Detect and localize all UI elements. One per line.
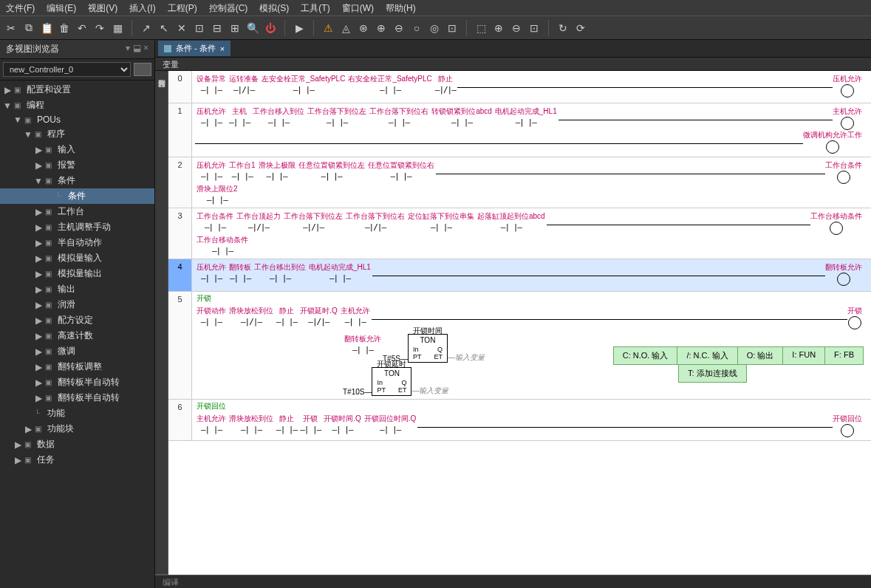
copy-icon[interactable]: ⧉ — [21, 20, 37, 36]
tree-item[interactable]: ▼▣编程 — [0, 98, 154, 113]
editor-area: 条件 - 条件 × 变量 行注释列表 快捷键列表 0设备异常| |运转准备|/|… — [155, 40, 871, 588]
menu-window[interactable]: 窗口(W) — [336, 0, 380, 16]
vtab-comments[interactable]: 行注释列表 — [155, 71, 168, 575]
quick-fun[interactable]: I: FUN — [783, 347, 825, 364]
ladder-rung[interactable]: 2压机允许| |工作台1| |滑块上极限| |任意位置锁紧到位左| |任意位置锁… — [168, 157, 871, 208]
quick-insert-bar-2: T: 添加连接线 — [678, 364, 747, 383]
sync-icon[interactable]: ⟳ — [573, 20, 589, 36]
run-icon[interactable]: ▶ — [291, 20, 307, 36]
menu-help[interactable]: 帮助(H) — [380, 0, 422, 16]
tree-item[interactable]: └功能 — [0, 406, 154, 421]
controller-chip-icon[interactable] — [134, 63, 151, 76]
tree-item[interactable]: ▶▣微调 — [0, 343, 154, 359]
ladder-rung[interactable]: 6开锁回位主机允许| |滑块放松到位| |静止| |开锁| |开锁时间.Q| |… — [168, 400, 871, 441]
close-icon[interactable]: × — [220, 44, 225, 53]
grid-icon[interactable]: ▦ — [109, 20, 126, 36]
tab-bar: 条件 - 条件 × — [155, 40, 871, 58]
link7-icon[interactable]: ⊡ — [444, 20, 460, 36]
sidebar-title: 多视图浏览器 ▾ ⬓ × — [0, 40, 154, 59]
paste-icon[interactable]: 📋 — [38, 20, 55, 36]
tree-item[interactable]: ▶▣工作台 — [0, 204, 154, 219]
crop-icon[interactable]: ⬚ — [473, 20, 489, 36]
link5-icon[interactable]: ○ — [409, 20, 425, 36]
tree-item[interactable]: ▶▣高速计数 — [0, 328, 154, 343]
cursor-icon[interactable]: ↖ — [156, 20, 172, 36]
quick-nc-contact[interactable]: /: N.C. 输入 — [677, 347, 737, 364]
tree-item[interactable]: ▼▣程序 — [0, 126, 154, 142]
variable-bar[interactable]: 变量 — [155, 58, 871, 71]
tab-icon — [164, 45, 171, 52]
link2-icon[interactable]: ⊛ — [355, 20, 372, 36]
controller-select[interactable]: new_Controller_0 — [3, 62, 131, 77]
menu-controller[interactable]: 控制器(C) — [203, 0, 254, 16]
menu-project[interactable]: 工程(P) — [162, 0, 203, 16]
menu-bar: 文件(F) 编辑(E) 视图(V) 插入(I) 工程(P) 控制器(C) 模拟(… — [0, 0, 871, 16]
link3-icon[interactable]: ⊕ — [373, 20, 389, 36]
tree-item[interactable]: ▶▣主机调整手动 — [0, 219, 154, 235]
stop-icon[interactable]: ⏻ — [262, 20, 279, 36]
menu-edit[interactable]: 编辑(E) — [41, 0, 82, 16]
tab-conditions[interactable]: 条件 - 条件 × — [158, 41, 230, 56]
link6-icon[interactable]: ◎ — [426, 20, 443, 36]
quick-no-contact[interactable]: C: N.O. 输入 — [614, 347, 678, 364]
pin-icon[interactable]: ▾ ⬓ × — [126, 43, 148, 55]
delete-icon[interactable]: 🗑 — [56, 20, 72, 36]
zoomout-icon[interactable]: ⊖ — [508, 20, 525, 36]
ladder-rung[interactable]: 0设备异常| |运转准备|/|左安全栓正常_SafetyPLC| |右安全栓正常… — [168, 71, 871, 103]
warn-icon[interactable]: ⚠ — [320, 20, 336, 36]
ladder-rung[interactable]: 1压机允许| |主机| |工作台移入到位| |工作台落下到位左| |工作台落下到… — [168, 103, 871, 157]
tree-item[interactable]: ▶▣润滑 — [0, 297, 154, 312]
tool3-icon[interactable]: ⊟ — [209, 20, 225, 36]
link4-icon[interactable]: ⊖ — [391, 20, 407, 36]
tool2-icon[interactable]: ⊡ — [191, 20, 208, 36]
tree-item[interactable]: ▶▣半自动动作 — [0, 235, 154, 250]
vertical-tabs: 行注释列表 快捷键列表 — [155, 71, 168, 575]
quick-fb[interactable]: F: FB — [825, 347, 863, 364]
menu-view[interactable]: 视图(V) — [82, 0, 123, 16]
tool4-icon[interactable]: ⊞ — [227, 20, 243, 36]
export-icon[interactable]: ↗ — [138, 20, 154, 36]
tree-item[interactable]: ▶▣配方设定 — [0, 312, 154, 328]
tree-item[interactable]: ▼▣条件 — [0, 173, 154, 188]
cut-icon[interactable]: ✂ — [3, 20, 19, 36]
tree-item[interactable]: ▶▣模拟量输入 — [0, 250, 154, 266]
undo-icon[interactable]: ↶ — [74, 20, 90, 36]
ladder-rung[interactable]: 4压机允许| |翻转板| |工作台移出到位| |电机起动完成_HL1| |翻转板… — [168, 259, 871, 292]
tree-item[interactable]: ▶▣翻转板半自动转 — [0, 375, 154, 390]
tree-item[interactable]: ▶▣输出 — [0, 281, 154, 297]
redo-icon[interactable]: ↷ — [92, 20, 108, 36]
sidebar: 多视图浏览器 ▾ ⬓ × new_Controller_0 ▶▣配置和设置▼▣编… — [0, 40, 155, 588]
link1-icon[interactable]: ◬ — [338, 20, 354, 36]
zoomin-icon[interactable]: ⊕ — [491, 20, 507, 36]
toolbar: ✂ ⧉ 📋 🗑 ↶ ↷ ▦ ↗ ↖ ✕ ⊡ ⊟ ⊞ 🔍 ⏻ ▶ ⚠ ◬ ⊛ ⊕ … — [0, 16, 871, 40]
quick-output[interactable]: O: 输出 — [738, 347, 784, 364]
tool1-icon[interactable]: ✕ — [174, 20, 190, 36]
ladder-rung[interactable]: 3工作台条件| |工作台顶起力|/|工作台落下到位左|/|工作台落下到位右|/|… — [168, 208, 871, 259]
menu-simulate[interactable]: 模拟(S) — [253, 0, 295, 16]
tree-item[interactable]: ▼▣POUs — [0, 113, 154, 126]
quick-wire[interactable]: T: 添加连接线 — [679, 365, 746, 382]
ladder-rung[interactable]: 5开锁开锁动作| |滑块放松到位|/|静止| |开锁延时.Q|/|主机允许| |… — [168, 292, 871, 400]
tree-item[interactable]: ▶▣配置和设置 — [0, 82, 154, 98]
zoomfit-icon[interactable]: ⊡ — [526, 20, 542, 36]
menu-tools[interactable]: 工具(T) — [295, 0, 335, 16]
tree-item[interactable]: └条件 — [0, 188, 154, 204]
search-icon[interactable]: 🔍 — [245, 20, 261, 36]
tree-item[interactable]: ▶▣报警 — [0, 157, 154, 173]
ladder-diagram[interactable]: 0设备异常| |运转准备|/|左安全栓正常_SafetyPLC| |右安全栓正常… — [168, 71, 871, 575]
tree-item[interactable]: ▶▣翻转板半自动转 — [0, 390, 154, 406]
tree-item[interactable]: ▶▣功能块 — [0, 421, 154, 437]
menu-insert[interactable]: 插入(I) — [123, 0, 161, 16]
tree-item[interactable]: ▶▣任务 — [0, 452, 154, 468]
tree-item[interactable]: ▶▣翻转板调整 — [0, 359, 154, 375]
menu-file[interactable]: 文件(F) — [0, 0, 41, 16]
tree-item[interactable]: ▶▣数据 — [0, 437, 154, 452]
refresh-icon[interactable]: ↻ — [555, 20, 571, 36]
tree-item[interactable]: ▶▣模拟量输出 — [0, 266, 154, 281]
tree-item[interactable]: ▶▣输入 — [0, 142, 154, 157]
project-tree: ▶▣配置和设置▼▣编程▼▣POUs▼▣程序▶▣输入▶▣报警▼▣条件└条件▶▣工作… — [0, 81, 154, 588]
status-bar: 编译 — [155, 575, 871, 588]
quick-insert-bar: C: N.O. 输入 /: N.C. 输入 O: 输出 I: FUN F: FB — [613, 346, 864, 365]
